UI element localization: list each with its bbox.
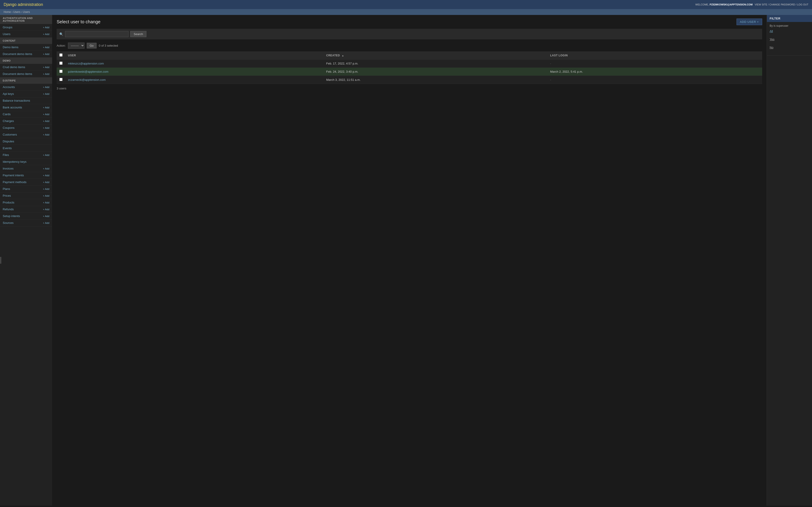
sidebar-item-label-0-1[interactable]: Users xyxy=(3,33,10,36)
sidebar-item-add-3-13[interactable]: + Add xyxy=(43,174,49,177)
sidebar-item-label-3-11[interactable]: Idempotency keys xyxy=(3,160,27,163)
change-password-link[interactable]: CHANGE PASSWORD xyxy=(769,3,795,6)
content-title-bar: Select user to change ADD USER + xyxy=(57,18,762,25)
site-title: Django administration xyxy=(4,2,43,7)
sidebar-item-label-3-0[interactable]: Accounts xyxy=(3,85,15,89)
sidebar-item-add-3-17[interactable]: + Add xyxy=(43,201,49,204)
add-user-button[interactable]: ADD USER + xyxy=(737,18,762,25)
sidebar-item-refunds: Refunds+ Add xyxy=(0,206,52,213)
collapse-sidebar-button[interactable]: « xyxy=(0,257,1,264)
users-table: USER CREATED ▲ LAST LOGIN mkleszcz@appte… xyxy=(57,51,762,84)
table-row: pziemkowski@apptension.comFeb. 24, 2022,… xyxy=(57,68,762,76)
breadcrumb-users-section[interactable]: Users xyxy=(13,10,20,13)
sidebar-item-add-0-0[interactable]: + Add xyxy=(43,26,49,29)
row-checkbox-1[interactable] xyxy=(59,70,62,73)
row-checkbox-0[interactable] xyxy=(59,62,62,65)
sidebar-item-add-3-10[interactable]: + Add xyxy=(43,154,49,156)
sidebar-item-add-0-1[interactable]: + Add xyxy=(43,33,49,36)
sidebar-item-add-3-15[interactable]: + Add xyxy=(43,188,49,190)
sidebar-item-add-1-1[interactable]: + Add xyxy=(43,53,49,55)
filter-option-0-2[interactable]: No xyxy=(770,45,809,50)
sidebar-item-coupons: Coupons+ Add xyxy=(0,124,52,131)
sidebar-item-label-3-1[interactable]: Api keys xyxy=(3,92,14,96)
view-site-link[interactable]: VIEW SITE xyxy=(755,3,767,6)
action-go-button[interactable]: Go xyxy=(87,43,97,48)
sidebar-item-add-3-1[interactable]: + Add xyxy=(43,93,49,95)
search-button[interactable]: Search xyxy=(130,31,146,37)
sidebar-item-add-3-19[interactable]: + Add xyxy=(43,215,49,218)
sidebar-item-add-3-4[interactable]: + Add xyxy=(43,113,49,116)
sidebar-item-label-0-0[interactable]: Groups xyxy=(3,25,12,29)
sidebar-section-header-demo: DEMO xyxy=(0,57,52,64)
header: Django administration WELCOME, PZIEMKOWS… xyxy=(0,0,812,9)
user-link-1[interactable]: pziemkowski@apptension.com xyxy=(68,70,108,73)
username: PZIEMKOWSKI@APPTENSION.COM xyxy=(710,3,753,6)
sidebar-item-label-2-1[interactable]: Document demo items xyxy=(3,72,32,75)
sidebar-item-plans: Plans+ Add xyxy=(0,186,52,192)
col-user[interactable]: USER xyxy=(65,51,323,60)
sidebar-item-label-3-12[interactable]: Invoices xyxy=(3,167,14,170)
sidebar-item-add-3-18[interactable]: + Add xyxy=(43,208,49,211)
sidebar-item-add-3-0[interactable]: + Add xyxy=(43,86,49,89)
search-input[interactable] xyxy=(65,31,129,37)
user-link-2[interactable]: zczarnecki@apptension.com xyxy=(68,78,106,81)
last-login-cell-1: March 2, 2022, 5:41 p.m. xyxy=(547,68,762,76)
filter-option-0-1[interactable]: Yes xyxy=(770,37,809,42)
action-select[interactable]: -------- xyxy=(68,43,85,49)
sidebar-item-invoices: Invoices+ Add xyxy=(0,165,52,172)
sidebar-item-label-3-4[interactable]: Cards xyxy=(3,112,11,116)
sidebar-item-label-3-18[interactable]: Refunds xyxy=(3,208,14,211)
last-login-cell-2: - xyxy=(547,76,762,84)
sidebar-item-label-3-7[interactable]: Customers xyxy=(3,133,17,136)
sidebar-item-label-3-6[interactable]: Coupons xyxy=(3,126,14,129)
sidebar-item-label-3-10[interactable]: Files xyxy=(3,153,9,157)
sidebar-item-add-3-20[interactable]: + Add xyxy=(43,222,49,224)
sidebar-item-label-3-15[interactable]: Plans xyxy=(3,187,10,190)
breadcrumb-home[interactable]: Home xyxy=(4,10,11,13)
sidebar-item-prices: Prices+ Add xyxy=(0,192,52,199)
user-link-0[interactable]: mkleszcz@apptension.com xyxy=(68,62,104,65)
sidebar-item-label-3-20[interactable]: Sources xyxy=(3,221,14,225)
sidebar-item-add-3-3[interactable]: + Add xyxy=(43,106,49,109)
sidebar-item-label-3-2[interactable]: Balance transactions xyxy=(3,99,30,102)
filter-sidebar: FILTER By is superuserAllYesNo xyxy=(767,15,812,506)
sidebar-item-add-2-1[interactable]: + Add xyxy=(43,73,49,75)
welcome-prefix: WELCOME, xyxy=(695,3,709,6)
sidebar-item-label-3-19[interactable]: Setup intents xyxy=(3,214,20,218)
sidebar-item-disputes: Disputes xyxy=(0,138,52,145)
search-icon: 🔍 xyxy=(59,33,63,36)
sidebar-item-add-3-6[interactable]: + Add xyxy=(43,126,49,129)
sidebar-item-add-3-5[interactable]: + Add xyxy=(43,120,49,122)
sidebar-item-label-1-1[interactable]: Document demo items xyxy=(3,52,32,56)
sidebar-item-label-3-5[interactable]: Charges xyxy=(3,119,14,123)
filter-option-0-0[interactable]: All xyxy=(770,29,809,34)
sidebar-item-add-3-12[interactable]: + Add xyxy=(43,167,49,170)
col-last-login[interactable]: LAST LOGIN xyxy=(547,51,762,60)
sidebar-item-label-3-3[interactable]: Bank accounts xyxy=(3,106,22,109)
logout-link[interactable]: LOG OUT xyxy=(797,3,808,6)
row-checkbox-2[interactable] xyxy=(59,78,62,81)
sidebar-item-add-3-16[interactable]: + Add xyxy=(43,194,49,197)
sidebar-item-users: Users+ Add xyxy=(0,31,52,38)
sidebar-item-label-3-17[interactable]: Products xyxy=(3,201,14,204)
sidebar-section-header-content: CONTENT xyxy=(0,38,52,44)
sidebar-item-balance-transactions: Balance transactions xyxy=(0,97,52,104)
created-cell-0: Feb. 17, 2022, 4:57 p.m. xyxy=(323,60,547,68)
sidebar-item-add-3-14[interactable]: + Add xyxy=(43,181,49,183)
sidebar-item-add-1-0[interactable]: + Add xyxy=(43,46,49,49)
sidebar-item-label-3-14[interactable]: Payment methods xyxy=(3,180,27,184)
breadcrumb-users-page: Users xyxy=(23,10,30,13)
col-created[interactable]: CREATED ▲ xyxy=(323,51,547,60)
sidebar-item-label-3-8[interactable]: Disputes xyxy=(3,139,14,143)
sidebar-item-label-3-9[interactable]: Events xyxy=(3,147,12,150)
sidebar-item-label-3-13[interactable]: Payment intents xyxy=(3,174,24,177)
select-all-checkbox[interactable] xyxy=(59,53,62,57)
sidebar-item-bank-accounts: Bank accounts+ Add xyxy=(0,104,52,111)
sidebar-item-label-3-16[interactable]: Prices xyxy=(3,194,11,198)
sidebar-item-api-keys: Api keys+ Add xyxy=(0,91,52,97)
sidebar-item-label-2-0[interactable]: Crud demo items xyxy=(3,65,25,69)
last-login-cell-0: - xyxy=(547,60,762,68)
sidebar-item-add-3-7[interactable]: + Add xyxy=(43,133,49,136)
sidebar-item-label-1-0[interactable]: Demo items xyxy=(3,46,18,49)
sidebar-item-add-2-0[interactable]: + Add xyxy=(43,66,49,69)
